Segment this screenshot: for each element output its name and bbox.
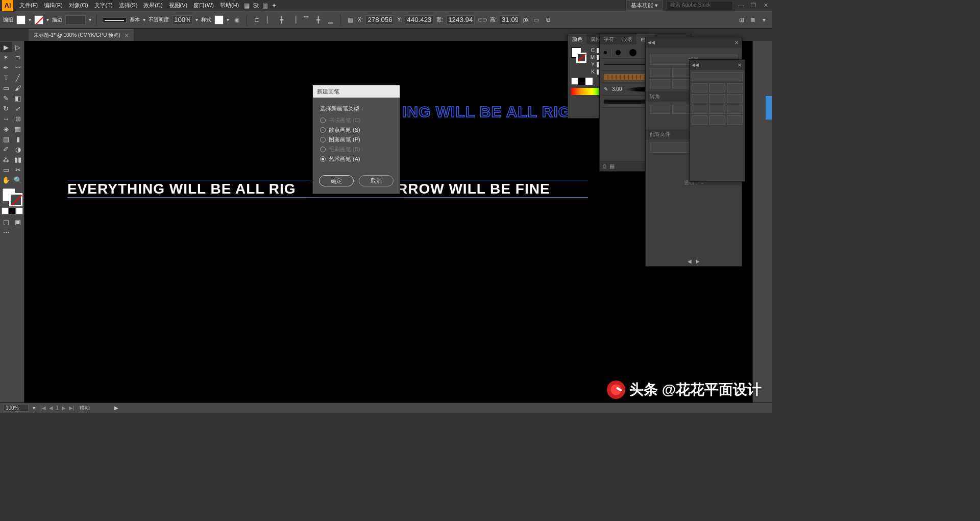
- free-transform-tool[interactable]: ⊞: [12, 113, 24, 124]
- stroke-profile-preview[interactable]: [102, 17, 127, 22]
- brush-library-icon[interactable]: ⎙: [603, 163, 606, 169]
- transform-icon[interactable]: ▦: [346, 15, 355, 25]
- align-top-icon[interactable]: ▔: [301, 15, 310, 25]
- pf-icon[interactable]: [727, 94, 743, 103]
- slice-tool[interactable]: ✂: [12, 164, 24, 175]
- window-close-icon[interactable]: ✕: [762, 2, 770, 9]
- gpu-icon[interactable]: ✦: [270, 1, 279, 10]
- menu-view[interactable]: 视图(V): [166, 2, 191, 9]
- bridge-icon[interactable]: ▦: [242, 1, 251, 10]
- y-input[interactable]: [405, 15, 433, 25]
- character-tab[interactable]: 字符: [600, 34, 618, 44]
- align-bottom-icon[interactable]: ▁: [326, 15, 335, 25]
- ok-button[interactable]: 确定: [319, 175, 354, 186]
- pen-tool[interactable]: ✒: [0, 62, 12, 73]
- rectangle-tool[interactable]: ▭: [0, 83, 12, 93]
- opacity-input[interactable]: [172, 15, 192, 25]
- stock-search-input[interactable]: 搜索 Adobe Stock: [667, 1, 733, 10]
- panel-close-icon[interactable]: ✕: [731, 40, 742, 45]
- selection-tool[interactable]: ▶: [0, 42, 12, 52]
- align-left-icon[interactable]: ▏: [264, 15, 274, 25]
- panel-pager[interactable]: ◀ ▶: [646, 258, 742, 264]
- blend-tool[interactable]: ◑: [12, 144, 24, 154]
- white-none-icon[interactable]: [571, 78, 578, 85]
- color-mode-icon[interactable]: [2, 207, 9, 215]
- align-right-icon[interactable]: ▕: [289, 15, 298, 25]
- panel-sort-icon[interactable]: ≣: [748, 15, 757, 25]
- pf-icon[interactable]: [727, 105, 743, 114]
- perspective-tool[interactable]: ▦: [12, 124, 24, 134]
- line-tool[interactable]: ╱: [12, 73, 24, 83]
- workspace-dropdown[interactable]: 基本功能 ▾: [626, 0, 663, 11]
- chevron-right-icon[interactable]: ▶: [114, 405, 118, 411]
- x-input[interactable]: [365, 15, 394, 25]
- right-dock[interactable]: [752, 41, 772, 402]
- pf-icon[interactable]: [692, 83, 707, 92]
- paintbrush-tool[interactable]: 🖌: [12, 83, 24, 93]
- black-icon[interactable]: [578, 78, 585, 85]
- lasso-tool[interactable]: ⊃: [12, 52, 24, 62]
- radio-art[interactable]: 艺术画笔 (A): [320, 155, 393, 163]
- graphic-style-swatch[interactable]: [214, 15, 224, 25]
- window-restore-icon[interactable]: ❐: [749, 2, 757, 9]
- last-icon[interactable]: ▶|: [68, 405, 76, 411]
- chevron-down-icon[interactable]: ▾: [227, 17, 229, 22]
- fill-stroke-control[interactable]: [2, 188, 22, 206]
- column-graph-tool[interactable]: ▮▮: [12, 154, 24, 164]
- menu-select[interactable]: 选择(S): [116, 2, 141, 9]
- gradient-mode-icon[interactable]: [9, 207, 16, 215]
- screen-mode-full[interactable]: ▣: [12, 217, 24, 227]
- w-input[interactable]: [446, 15, 475, 25]
- pf-icon[interactable]: [709, 94, 725, 103]
- pf-icon[interactable]: [727, 115, 743, 125]
- arrange-icon[interactable]: ▥: [260, 1, 270, 10]
- menu-effect[interactable]: 效果(C): [140, 2, 165, 9]
- menu-edit[interactable]: 编辑(E): [41, 2, 66, 9]
- panel-menu-icon[interactable]: ▾: [760, 15, 769, 25]
- shape-props-icon[interactable]: ▭: [531, 15, 541, 25]
- h-input[interactable]: [500, 15, 520, 25]
- document-tab[interactable]: 未标题-1* @ 100% (CMYK/GPU 预览) ✕: [29, 29, 134, 41]
- eraser-tool[interactable]: ◧: [12, 93, 24, 103]
- pf-icon[interactable]: [709, 83, 725, 92]
- stock-icon[interactable]: St: [251, 1, 260, 10]
- align-icon[interactable]: ⊏: [252, 15, 261, 25]
- curvature-tool[interactable]: 〰: [12, 62, 24, 73]
- align-middle-icon[interactable]: ╋: [313, 15, 323, 25]
- edit-toolbar-icon[interactable]: ⋯: [0, 227, 12, 237]
- pf-icon[interactable]: [709, 105, 725, 114]
- shape-builder-tool[interactable]: ◈: [0, 124, 12, 134]
- chevron-down-icon[interactable]: ▾: [33, 405, 35, 411]
- color-tab[interactable]: 颜色: [568, 34, 586, 44]
- direct-selection-tool[interactable]: ▷: [12, 42, 24, 52]
- panel-collapse-icon[interactable]: ◀◀: [690, 62, 701, 67]
- radio-pattern[interactable]: 图案画笔 (P): [320, 136, 393, 144]
- radio-scatter[interactable]: 散点画笔 (S): [320, 126, 393, 134]
- isolate-icon[interactable]: ⧉: [544, 15, 553, 25]
- chevron-down-icon[interactable]: ▾: [195, 17, 198, 22]
- gradient-tool[interactable]: ▮: [12, 134, 24, 144]
- stroke-weight-input[interactable]: [65, 15, 86, 25]
- type-tool[interactable]: T: [0, 73, 12, 83]
- mesh-tool[interactable]: ▤: [0, 134, 12, 144]
- menu-window[interactable]: 窗口(W): [190, 2, 217, 9]
- cancel-button[interactable]: 取消: [359, 175, 394, 186]
- dropdown[interactable]: [692, 72, 743, 81]
- pf-icon[interactable]: [692, 94, 707, 103]
- artboard-tool[interactable]: ▭: [0, 164, 12, 175]
- libraries-icon[interactable]: ▦: [609, 163, 615, 170]
- artboard-nav[interactable]: |◀ ◀ 1 ▶ ▶|: [39, 405, 76, 411]
- prev-icon[interactable]: ◀: [48, 405, 54, 411]
- paragraph-tab[interactable]: 段落: [618, 34, 636, 44]
- join-miter-icon[interactable]: [650, 79, 670, 88]
- pf-icon[interactable]: [727, 83, 743, 92]
- shaper-tool[interactable]: ✎: [0, 93, 12, 103]
- chevron-down-icon[interactable]: ▾: [143, 17, 145, 22]
- stroke-swatch[interactable]: [34, 15, 43, 25]
- screen-mode-normal[interactable]: ▢: [0, 217, 12, 227]
- cap-butt-icon[interactable]: [650, 68, 670, 77]
- dock-indicator[interactable]: [766, 96, 772, 120]
- menu-help[interactable]: 帮助(H): [217, 2, 242, 9]
- pf-icon[interactable]: [709, 115, 725, 125]
- pf-icon[interactable]: [692, 115, 707, 125]
